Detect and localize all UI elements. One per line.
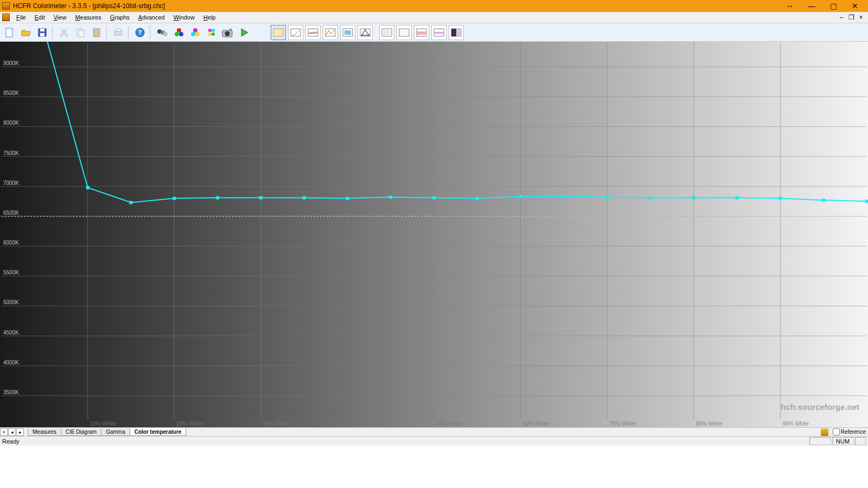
svg-rect-93 <box>86 186 90 189</box>
view-cie[interactable] <box>340 25 355 40</box>
view-nearblack[interactable] <box>379 25 394 40</box>
tab-measures[interactable]: Measures <box>28 428 61 436</box>
close-button[interactable]: ✕ <box>844 0 866 12</box>
svg-rect-109 <box>778 197 782 200</box>
minimize-button[interactable]: — <box>801 0 822 12</box>
menu-file[interactable]: File <box>12 13 30 22</box>
view-gamma[interactable] <box>288 25 303 40</box>
svg-point-22 <box>195 32 200 36</box>
svg-text:5000K: 5000K <box>3 299 19 305</box>
svg-point-23 <box>208 29 212 32</box>
dropdown-window-icon[interactable]: ↔ <box>779 0 801 12</box>
measure-all-button[interactable] <box>204 25 219 40</box>
measure-grays-button[interactable] <box>154 25 170 40</box>
view-sat-shift[interactable] <box>431 25 446 40</box>
mdi-restore[interactable]: ❐ <box>846 14 856 21</box>
svg-point-26 <box>212 33 215 36</box>
status-well-1 <box>809 437 831 445</box>
svg-text:70% White: 70% White <box>609 421 636 427</box>
svg-rect-100 <box>389 196 392 199</box>
svg-text:5500K: 5500K <box>3 269 19 275</box>
svg-text:?: ? <box>138 29 142 36</box>
tray-shield-icon[interactable] <box>821 428 828 436</box>
svg-rect-7 <box>79 30 84 37</box>
svg-rect-110 <box>822 198 825 202</box>
svg-rect-47 <box>451 29 456 36</box>
window-title: HCFR Colorimeter - 3.3.5 - [philips24-10… <box>13 2 779 10</box>
view-colortemp[interactable] <box>323 25 338 40</box>
svg-text:6500K: 6500K <box>3 210 19 216</box>
view-gamut[interactable] <box>358 25 373 40</box>
reference-check-input[interactable] <box>833 428 840 435</box>
menu-edit[interactable]: Edit <box>30 13 49 22</box>
svg-rect-106 <box>649 196 652 200</box>
toolbar: ? <box>0 23 868 42</box>
svg-rect-33 <box>326 29 335 36</box>
camera-button[interactable] <box>220 25 235 40</box>
colortemp-chart: 3500K4000K4500K5000K5500K6000K6500K7000K… <box>0 42 868 427</box>
save-button[interactable] <box>35 25 50 40</box>
help-button[interactable]: ? <box>132 25 148 40</box>
svg-rect-108 <box>736 196 739 200</box>
status-well-3 <box>855 437 866 445</box>
svg-rect-2 <box>40 29 44 31</box>
menu-advanced[interactable]: Advanced <box>134 13 169 22</box>
menu-view[interactable]: View <box>49 13 71 22</box>
menu-help[interactable]: Help <box>199 13 220 22</box>
svg-text:90% White: 90% White <box>782 421 809 427</box>
mdi-minimize[interactable]: – <box>837 14 846 21</box>
svg-point-4 <box>60 35 62 37</box>
view-luminance[interactable] <box>271 25 286 40</box>
svg-text:hcfr.sourceforge.net: hcfr.sourceforge.net <box>781 402 859 412</box>
menu-measures[interactable]: Measures <box>71 13 105 22</box>
svg-text:80% White: 80% White <box>696 421 723 427</box>
tab-close[interactable]: × <box>0 428 8 436</box>
svg-point-21 <box>191 32 195 36</box>
new-button[interactable] <box>2 25 17 40</box>
svg-text:20% White: 20% White <box>176 421 203 427</box>
svg-text:40% White: 40% White <box>349 421 376 427</box>
print-button[interactable] <box>111 25 126 40</box>
svg-rect-97 <box>259 196 263 200</box>
svg-rect-9 <box>95 28 98 30</box>
open-button[interactable] <box>18 25 34 40</box>
tab-cie[interactable]: CIE Diagram <box>61 428 101 436</box>
measure-primaries-button[interactable] <box>171 25 187 40</box>
svg-rect-48 <box>456 29 461 36</box>
svg-rect-102 <box>476 197 479 200</box>
svg-text:10% White: 10% White <box>90 421 117 427</box>
measure-secondaries-button[interactable] <box>188 25 203 40</box>
tab-gamma[interactable]: Gamma <box>101 428 130 436</box>
svg-rect-103 <box>519 195 522 198</box>
view-rgb[interactable] <box>305 25 321 40</box>
app-icon <box>2 2 10 10</box>
tab-next[interactable]: ▸ <box>16 428 24 436</box>
svg-rect-94 <box>129 201 132 204</box>
svg-rect-31 <box>291 29 301 36</box>
copy-button[interactable] <box>73 25 88 40</box>
svg-text:60% White: 60% White <box>523 421 550 427</box>
svg-text:3500K: 3500K <box>3 389 19 395</box>
tab-colortemp[interactable]: Color temperature <box>130 428 187 436</box>
cut-button[interactable] <box>56 25 72 40</box>
svg-rect-35 <box>344 30 351 35</box>
view-sat-lum[interactable] <box>414 25 429 40</box>
view-nearwhite[interactable] <box>397 25 412 40</box>
svg-point-17 <box>177 28 181 33</box>
titlebar: HCFR Colorimeter - 3.3.5 - [philips24-10… <box>0 0 868 12</box>
svg-text:6000K: 6000K <box>3 240 19 246</box>
view-contrast[interactable] <box>449 25 464 40</box>
reference-checkbox[interactable]: Reference <box>831 428 868 435</box>
svg-rect-107 <box>692 196 695 200</box>
paste-button[interactable] <box>89 25 104 40</box>
doc-icon <box>2 14 10 21</box>
svg-text:9000K: 9000K <box>3 60 19 66</box>
tab-prev[interactable]: ◂ <box>8 428 16 436</box>
svg-point-19 <box>179 32 183 36</box>
play-button[interactable] <box>237 25 252 40</box>
menu-graphs[interactable]: Graphs <box>106 13 134 22</box>
menu-window[interactable]: Window <box>169 13 199 22</box>
svg-text:7000K: 7000K <box>3 180 19 186</box>
maximize-button[interactable]: ▢ <box>822 0 844 12</box>
mdi-close[interactable]: × <box>856 14 866 21</box>
